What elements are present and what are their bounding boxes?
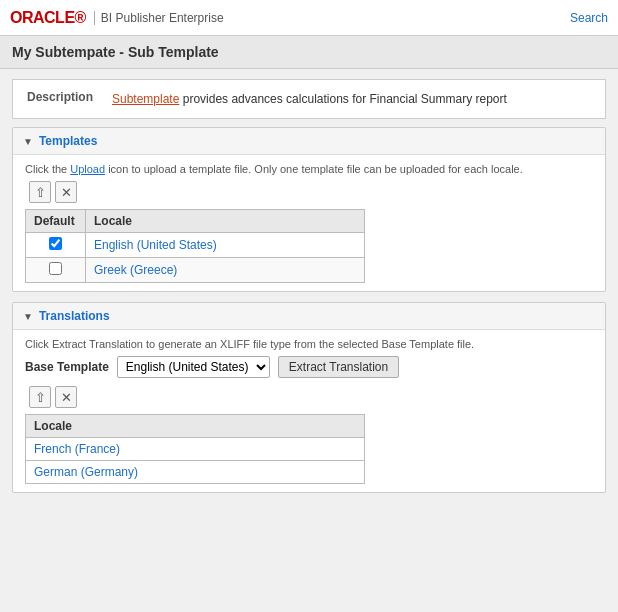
templates-instruction: Click the Upload icon to upload a templa… — [25, 163, 593, 175]
col-locale: Locale — [86, 210, 365, 233]
locale-cell: French (France) — [26, 438, 365, 461]
templates-upload-btn[interactable]: ⇧ — [29, 181, 51, 203]
table-row: German (Germany) — [26, 461, 365, 484]
translations-section-title: Translations — [39, 309, 110, 323]
base-template-label: Base Template — [25, 360, 109, 374]
translations-delete-btn[interactable]: ✕ — [55, 386, 77, 408]
translations-table: Locale French (France)German (Germany) — [25, 414, 365, 484]
search-link[interactable]: Search — [570, 11, 608, 25]
locale-cell: English (United States) — [86, 233, 365, 258]
translations-upload-btn[interactable]: ⇧ — [29, 386, 51, 408]
oracle-text: ORACLE — [10, 9, 75, 26]
translations-collapse-icon: ▼ — [23, 311, 33, 322]
templates-table: Default Locale English (United States)Gr… — [25, 209, 365, 283]
col-default: Default — [26, 210, 86, 233]
default-checkbox[interactable] — [49, 237, 62, 250]
translations-toolbar: ⇧ ✕ — [25, 386, 593, 408]
default-checkbox[interactable] — [49, 262, 62, 275]
base-template-select[interactable]: English (United States) — [117, 356, 270, 378]
default-cell — [26, 233, 86, 258]
locale-link[interactable]: Greek (Greece) — [94, 263, 177, 277]
translations-section-body: Click Extract Translation to generate an… — [13, 330, 605, 492]
locale-link[interactable]: English (United States) — [94, 238, 217, 252]
templates-section-header[interactable]: ▼ Templates — [13, 128, 605, 155]
oracle-logo: ORACLE® — [10, 9, 86, 27]
page-title: My Subtempate - Sub Template — [12, 44, 606, 60]
bi-publisher-label: BI Publisher Enterprise — [94, 11, 224, 25]
page-title-bar: My Subtempate - Sub Template — [0, 36, 618, 69]
description-section: Description Subtemplate provides advance… — [12, 79, 606, 119]
table-row: English (United States) — [26, 233, 365, 258]
templates-instruction-before: Click the — [25, 163, 70, 175]
templates-panel: ▼ Templates Click the Upload icon to upl… — [12, 127, 606, 292]
templates-section-body: Click the Upload icon to upload a templa… — [13, 155, 605, 291]
table-row: French (France) — [26, 438, 365, 461]
templates-instruction-after: icon to upload a template file. Only one… — [108, 163, 523, 175]
description-after: provides advances calculations for Finan… — [179, 92, 506, 106]
description-label: Description — [27, 90, 102, 104]
locale-link[interactable]: German (Germany) — [34, 465, 138, 479]
translations-instruction: Click Extract Translation to generate an… — [25, 338, 593, 350]
upload-link[interactable]: Upload — [70, 163, 105, 175]
locale-cell: Greek (Greece) — [86, 258, 365, 283]
description-text: Subtemplate provides advances calculatio… — [112, 90, 507, 108]
table-row: Greek (Greece) — [26, 258, 365, 283]
default-cell — [26, 258, 86, 283]
locale-cell: German (Germany) — [26, 461, 365, 484]
translations-section-header[interactable]: ▼ Translations — [13, 303, 605, 330]
subtemplate-link[interactable]: Subtemplate — [112, 92, 179, 106]
templates-toolbar: ⇧ ✕ — [25, 181, 593, 203]
extract-translation-button[interactable]: Extract Translation — [278, 356, 399, 378]
logo-area: ORACLE® BI Publisher Enterprise — [10, 9, 224, 27]
templates-collapse-icon: ▼ — [23, 136, 33, 147]
templates-section-title: Templates — [39, 134, 97, 148]
base-template-row: Base Template English (United States) Ex… — [25, 356, 593, 378]
templates-delete-btn[interactable]: ✕ — [55, 181, 77, 203]
translations-panel: ▼ Translations Click Extract Translation… — [12, 302, 606, 493]
col-locale-trans: Locale — [26, 415, 365, 438]
header: ORACLE® BI Publisher Enterprise Search — [0, 0, 618, 36]
main-content: Description Subtemplate provides advance… — [0, 69, 618, 513]
locale-link[interactable]: French (France) — [34, 442, 120, 456]
